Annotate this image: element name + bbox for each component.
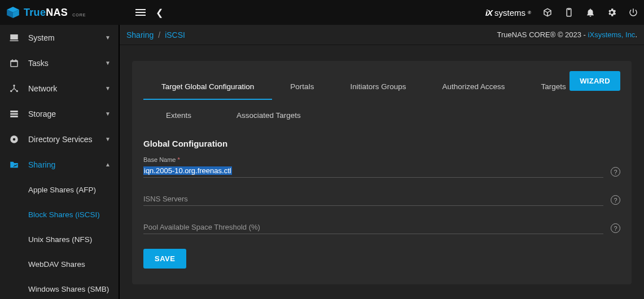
sidebar-item-label: Tasks (28, 59, 105, 68)
sidebar-item-label: Storage (28, 109, 105, 118)
power-icon[interactable] (628, 7, 638, 17)
sidebar-sub-apple-shares-afp-[interactable]: Apple Shares (AFP) (0, 177, 119, 202)
sidebar-sub-webdav-shares[interactable]: WebDAV Shares (0, 252, 119, 276)
sidebar: System ▼ Tasks ▼ Network ▼ Storage ▼ Dir… (0, 25, 120, 299)
sidebar-item-system[interactable]: System ▼ (0, 25, 119, 50)
top-actions-left: ❮ (135, 7, 163, 18)
tab-target-global-configuration[interactable]: Target Global Configuration (143, 74, 272, 100)
svg-point-7 (13, 138, 16, 140)
storage-icon (8, 109, 20, 119)
cube-icon[interactable] (542, 7, 553, 17)
clipboard-icon[interactable] (564, 7, 574, 17)
tab-extents[interactable]: Extents (143, 103, 214, 127)
sidebar-item-tasks[interactable]: Tasks ▼ (0, 50, 119, 76)
folder-icon (8, 160, 20, 170)
bell-icon[interactable] (585, 7, 595, 17)
chevron-down-icon: ▼ (105, 34, 111, 41)
calendar-icon (8, 58, 20, 68)
breadcrumb-root[interactable]: Sharing (126, 30, 154, 39)
copyright-link[interactable]: iXsystems, Inc (588, 30, 636, 39)
top-bar: TrueNAS CORE ❮ iXsystems® (0, 0, 644, 25)
tab-associated-targets[interactable]: Associated Targets (214, 103, 323, 127)
brand-logo[interactable]: TrueNAS CORE (6, 7, 119, 19)
sidebar-sub-unix-shares-nfs-[interactable]: Unix Shares (NFS) (0, 227, 119, 252)
field-base-name: Base Name * iqn.2005-10.org.freenas.ctl … (143, 156, 620, 178)
brand-sub: CORE (72, 13, 86, 17)
section-title: Global Configuration (143, 139, 620, 148)
chevron-down-icon: ▼ (105, 111, 111, 117)
pool-threshold-input[interactable] (143, 221, 603, 234)
sidebar-item-network[interactable]: Network ▼ (0, 76, 119, 101)
breadcrumb-leaf[interactable]: iSCSI (165, 30, 185, 39)
truenas-cube-icon (6, 7, 20, 18)
iscsi-panel: WIZARD Target Global ConfigurationPortal… (132, 61, 632, 284)
sidebar-item-label: Directory Services (28, 135, 105, 144)
network-icon (8, 83, 20, 94)
breadcrumb-sep: / (158, 30, 160, 39)
gear-icon[interactable] (607, 7, 617, 17)
sidebar-sub-windows-shares-smb-[interactable]: Windows Shares (SMB) (0, 276, 119, 299)
menu-toggle-icon[interactable] (135, 9, 146, 16)
breadcrumb-bar: Sharing / iSCSI TrueNAS CORE® © 2023 - i… (120, 25, 644, 45)
help-icon[interactable]: ? (611, 223, 620, 233)
tab-portals[interactable]: Portals (272, 74, 332, 100)
sidebar-item-label: System (28, 33, 105, 42)
chevron-up-icon: ▲ (105, 161, 111, 168)
svg-point-5 (16, 90, 18, 91)
save-button[interactable]: SAVE (143, 249, 186, 269)
ixsystems-logo[interactable]: iXsystems® (485, 8, 531, 17)
desktop-icon (8, 33, 20, 43)
content: WIZARD Target Global ConfigurationPortal… (120, 45, 644, 299)
wizard-button[interactable]: WIZARD (569, 71, 620, 91)
tabs-row-2: ExtentsAssociated Targets (143, 103, 620, 127)
chevron-down-icon: ▼ (105, 85, 111, 91)
sidebar-item-sharing[interactable]: Sharing ▲ (0, 152, 119, 177)
svg-point-3 (13, 85, 15, 86)
back-icon[interactable]: ❮ (156, 7, 163, 18)
main-area: Sharing / iSCSI TrueNAS CORE® © 2023 - i… (120, 25, 644, 299)
base-name-input[interactable]: iqn.2005-10.org.freenas.ctl (143, 164, 603, 178)
chevron-down-icon: ▼ (105, 60, 111, 66)
help-icon[interactable]: ? (611, 167, 620, 177)
isns-input[interactable] (143, 192, 603, 206)
sidebar-item-storage[interactable]: Storage ▼ (0, 101, 119, 126)
sidebar-item-label: Sharing (28, 160, 105, 169)
sidebar-item-label: Network (28, 84, 105, 93)
circle-icon (8, 134, 20, 144)
sidebar-item-directory-services[interactable]: Directory Services ▼ (0, 126, 119, 152)
field-label: Base Name * (143, 156, 620, 163)
sidebar-sub-block-shares-iscsi-[interactable]: Block Shares (iSCSI) (0, 202, 119, 227)
copyright: TrueNAS CORE® © 2023 - iXsystems, Inc. (497, 30, 637, 39)
tab-initiators-groups[interactable]: Initiators Groups (332, 74, 424, 100)
brand-text: TrueNAS (24, 7, 68, 19)
tab-authorized-access[interactable]: Authorized Access (424, 74, 523, 100)
help-icon[interactable]: ? (611, 195, 620, 205)
chevron-down-icon: ▼ (105, 136, 111, 142)
tabs-row-1: Target Global ConfigurationPortalsInitia… (143, 74, 620, 100)
top-actions-right: iXsystems® (485, 7, 638, 17)
field-isns: ? (143, 192, 620, 206)
field-pool-threshold: ? (143, 221, 620, 234)
svg-point-4 (10, 90, 12, 91)
